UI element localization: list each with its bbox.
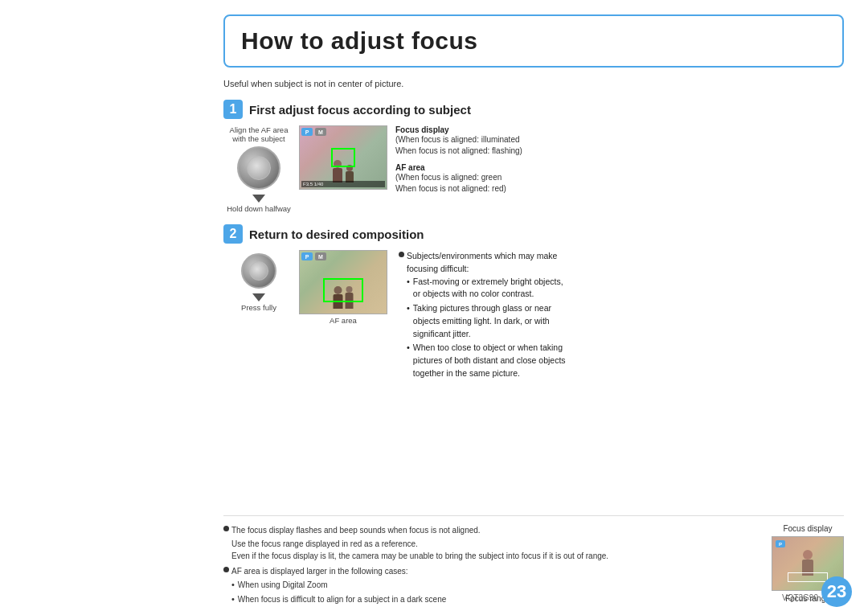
step2-title: Return to desired composition — [249, 228, 424, 241]
title-box: How to adjust focus — [223, 14, 844, 68]
sub-dot-3: • — [407, 342, 410, 354]
content-area: How to adjust focus Useful when subject … — [209, 0, 868, 615]
step2-number: 2 — [223, 224, 243, 244]
bottom-note-1: The focus display flashes and beep sound… — [223, 524, 755, 562]
sub-text-5: When focus is difficult to align for a s… — [238, 593, 446, 605]
bullet-text-main-1: Subjects/environments which may make foc… — [407, 250, 572, 276]
bottom-notes: The focus display flashes and beep sound… — [223, 515, 844, 607]
sub-text-3: When too close to object or when taking … — [413, 342, 572, 379]
small-preview-icons: P — [776, 540, 785, 547]
bottom-note-2-sub: • When using Digital Zoom • When focus i… — [223, 579, 755, 605]
step1-button-diagram: Align the AF areawith the subject Hold d… — [227, 125, 291, 213]
icon-m: M — [315, 128, 326, 136]
bottom-text-block: The focus display flashes and beep sound… — [223, 524, 755, 607]
focus-display-label: Focus display — [395, 125, 522, 134]
press-fully-label: Press fully — [241, 303, 276, 312]
left-sidebar — [0, 0, 209, 615]
af-indicator-step2 — [323, 278, 363, 302]
bottom-note-2: AF area is displayed larger in the follo… — [223, 565, 755, 605]
step1-camera-preview: P M — [299, 125, 387, 190]
focus-display-label-bottom: Focus display — [783, 524, 832, 533]
bottom-sub-4: • When focus is difficult to align for a… — [231, 593, 755, 605]
bottom-note-1-sub: Use the focus range displayed in red as … — [223, 538, 755, 562]
preview-icons: P M — [301, 128, 326, 136]
step2-preview-icons: P M — [301, 252, 326, 260]
small-icon-p: P — [776, 540, 785, 547]
small-figure-head — [803, 550, 813, 560]
exposure-info: F3.5 1/40 — [303, 182, 323, 187]
icon-p: P — [301, 128, 313, 136]
step2-camera-preview: P M — [299, 250, 387, 314]
focus-range-indicator — [788, 572, 828, 582]
arrow-down-icon-2 — [252, 293, 265, 301]
focus-display-info: Focus display (When focus is aligned: il… — [395, 125, 522, 157]
page-code: VQT3G90 — [782, 593, 818, 602]
step1-header: 1 First adjust focus according to subjec… — [223, 100, 844, 119]
sub-bullet-1: • Fast-moving or extremely bright object… — [407, 276, 572, 301]
step2-button-diagram: Press fully — [227, 250, 291, 312]
sub-bullet-3: • When too close to object or when takin… — [407, 342, 572, 379]
af-area-label: AF area — [395, 163, 522, 172]
bottom-sub-1: Use the focus range displayed in red as … — [231, 538, 755, 550]
hold-label: Hold down halfway — [227, 204, 291, 213]
sub-text-4: When using Digital Zoom — [238, 579, 328, 591]
bottom-bullet-2-text: AF area is displayed larger in the follo… — [231, 565, 408, 577]
shutter-inner — [247, 156, 271, 180]
bottom-sub-3: • When using Digital Zoom — [231, 579, 755, 591]
bullet-main-1: Subjects/environments which may make foc… — [399, 250, 572, 276]
focus-display-text: (When focus is aligned: illuminatedWhen … — [395, 134, 522, 157]
sub-dot-5: • — [231, 593, 235, 605]
bullet-dot-1 — [399, 252, 404, 257]
align-label: Align the AF areawith the subject — [230, 125, 289, 143]
subtitle: Useful when subject is not in center of … — [223, 79, 844, 88]
page-number: 23 — [821, 576, 852, 607]
figure-2 — [346, 165, 354, 182]
sub-dot-2: • — [407, 302, 410, 314]
step2-header: 2 Return to desired composition — [223, 224, 844, 244]
sub-dot-1: • — [407, 276, 410, 288]
bottom-dot-1 — [223, 526, 229, 531]
step1-preview-container: P M — [299, 125, 387, 190]
sub-text-1: Fast-moving or extremely bright objects,… — [413, 276, 572, 301]
step2-section: 2 Return to desired composition Press fu… — [223, 224, 844, 385]
sub-text-2: Taking pictures through glass or near ob… — [413, 302, 572, 340]
page: How to adjust focus Useful when subject … — [0, 0, 868, 615]
step1-title: First adjust focus according to subject — [249, 103, 471, 117]
focus-info-box: Focus display (When focus is aligned: il… — [395, 125, 522, 195]
step1-content: Align the AF areawith the subject Hold d… — [223, 125, 844, 213]
bullet-sub-items: • Fast-moving or extremely bright object… — [399, 276, 572, 380]
step2-bullets: Subjects/environments which may make foc… — [395, 250, 572, 385]
bottom-bullet-1-text: The focus display flashes and beep sound… — [231, 524, 481, 536]
af-area-text: (When focus is aligned: greenWhen focus … — [395, 172, 522, 195]
bottom-sub-2: Even if the focus display is lit, the ca… — [231, 550, 755, 562]
exposure-bar: F3.5 1/40 — [301, 181, 385, 187]
main-layout: How to adjust focus Useful when subject … — [0, 0, 868, 615]
step1-section: 1 First adjust focus according to subjec… — [223, 100, 844, 213]
shutter-button-full — [241, 253, 276, 289]
page-title: How to adjust focus — [241, 27, 826, 55]
sub-bullet-2: • Taking pictures through glass or near … — [407, 302, 572, 340]
bottom-bullet-2-main: AF area is displayed larger in the follo… — [223, 565, 755, 577]
af-area-info: AF area (When focus is aligned: greenWhe… — [395, 163, 522, 195]
step1-number: 1 — [223, 100, 243, 119]
step2-icon-p: P — [301, 252, 313, 260]
step2-content: Press fully P M — [223, 250, 844, 385]
af-indicator-step1 — [331, 148, 355, 167]
step2-icon-m: M — [315, 252, 326, 260]
step2-preview-container: P M — [299, 250, 387, 325]
sub-dot-4: • — [231, 579, 235, 591]
af-area-label-2: AF area — [330, 316, 357, 325]
bottom-dot-2 — [223, 567, 229, 572]
shutter-button-half — [237, 146, 280, 190]
arrow-down-icon — [252, 195, 265, 203]
bullet-item-1: Subjects/environments which may make foc… — [395, 250, 572, 380]
bottom-bullet-1-main: The focus display flashes and beep sound… — [223, 524, 755, 536]
shutter-down-inner — [249, 261, 268, 281]
